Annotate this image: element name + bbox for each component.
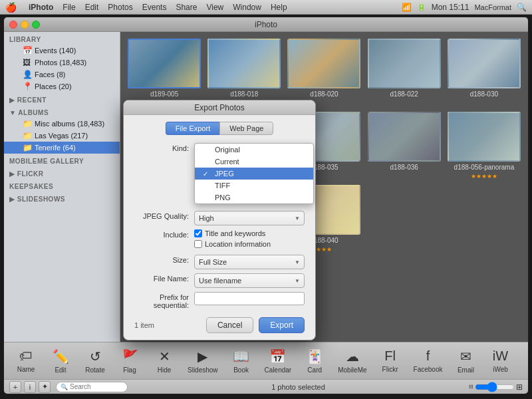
window-menu[interactable]: Window	[233, 3, 261, 12]
keepsakes-section-header: KEEPSAKES	[4, 179, 120, 192]
zoom-out-icon[interactable]: ⊟	[469, 384, 473, 390]
misc-album-icon: 📁	[23, 119, 32, 128]
minimize-button[interactable]	[21, 21, 29, 29]
title-keywords-checkbox[interactable]	[194, 229, 202, 237]
sidebar-item-faces[interactable]: 👤 Faces (8)	[4, 68, 120, 80]
slideshows-section-header[interactable]: ▶ SLIDESHOWS	[4, 192, 120, 204]
prefix-input[interactable]	[194, 292, 305, 305]
help-menu[interactable]: Help	[271, 3, 287, 12]
edit-menu[interactable]: Edit	[85, 3, 99, 12]
photo-thumb[interactable]: d189-005 ★★★	[127, 39, 201, 106]
sidebar-item-tenerife[interactable]: 📁 Tenerife (64)	[4, 142, 120, 154]
tenerife-album-icon: 📁	[23, 143, 32, 152]
toolbar-icon: ✉	[460, 348, 471, 364]
toolbar-btn-slideshow[interactable]: ▶ Slideshow	[182, 346, 223, 376]
photo-label: d188-056-panorama	[454, 164, 515, 171]
sidebar-label-events: Events (140)	[35, 47, 76, 55]
tab-web-page[interactable]: Web Page	[219, 122, 273, 135]
sidebar-item-vegas[interactable]: 📁 Las Vegas (217)	[4, 130, 120, 142]
search-input[interactable]	[70, 383, 123, 390]
thumbnail-image[interactable]	[368, 112, 441, 162]
export-button[interactable]: Export	[259, 317, 305, 333]
thumbnail-image[interactable]	[368, 39, 441, 88]
thumbnail-image[interactable]	[448, 112, 521, 162]
toolbar-btn-calendar[interactable]: 📅 Calendar	[259, 346, 297, 376]
toolbar-btn-iweb[interactable]: iW iWeb	[483, 346, 517, 376]
dropdown-item-png[interactable]: PNG	[195, 192, 313, 203]
size-label: Size:	[134, 255, 194, 264]
dropdown-item-original[interactable]: Original	[195, 144, 313, 156]
photo-thumb[interactable]: d188-030	[447, 39, 521, 106]
maximize-button[interactable]	[32, 21, 40, 29]
apple-logo-icon[interactable]: 🍎	[5, 2, 17, 13]
tab-file-export[interactable]: File Export	[166, 122, 220, 135]
sidebar-item-misc[interactable]: 📁 Misc albums (18,483)	[4, 118, 120, 130]
toolbar-btn-facebook[interactable]: f Facebook	[408, 346, 448, 376]
photo-thumb[interactable]: d188-018 ★★★★	[207, 39, 281, 106]
dropdown-label: Current	[215, 158, 239, 166]
thumbnail-image[interactable]	[207, 39, 281, 88]
jpeg-quality-select[interactable]: High ▼	[194, 211, 305, 225]
info-button[interactable]: i	[24, 381, 36, 393]
toolbar-btn-card[interactable]: 🃏 Card	[298, 346, 331, 376]
filename-control: Use filename ▼	[194, 273, 305, 288]
view-menu[interactable]: View	[206, 3, 223, 12]
search-box[interactable]: 🔍	[56, 382, 128, 392]
toolbar-icon: ✕	[159, 348, 170, 364]
search-icon[interactable]: 🔍	[517, 3, 527, 12]
traffic-lights	[9, 21, 40, 29]
events-menu[interactable]: Events	[142, 3, 167, 12]
status-left: + i ✦	[9, 381, 51, 393]
add-button[interactable]: +	[9, 381, 21, 393]
battery-icon: 🔋	[417, 3, 426, 11]
dropdown-item-jpeg[interactable]: ✓ JPEG	[195, 168, 313, 180]
dropdown-item-current[interactable]: Current	[195, 156, 313, 168]
photo-thumb[interactable]: d188-056-panorama ★★★★★	[447, 112, 521, 180]
photo-thumb[interactable]: d188-022	[367, 39, 442, 106]
toolbar-icon: 🚩	[122, 348, 138, 364]
sidebar-item-photos[interactable]: 🖼 Photos (18,483)	[4, 57, 120, 68]
photo-thumb[interactable]: d188-036	[367, 112, 442, 180]
recent-section-header: ▶ RECENT	[4, 92, 120, 105]
toolbar-btn-book[interactable]: 📖 Book	[225, 346, 258, 376]
thumbnail-image[interactable]	[287, 39, 360, 88]
zoom-slider[interactable]: ⊟ ⊞	[469, 382, 523, 392]
file-menu[interactable]: File	[63, 3, 75, 12]
toolbar-btn-hide[interactable]: ✕ Hide	[148, 346, 181, 376]
thumbnail-image[interactable]	[128, 39, 201, 88]
toolbar-btn-flag[interactable]: 🚩 Flag	[113, 346, 146, 376]
sidebar-label-tenerife: Tenerife (64)	[35, 144, 76, 152]
flickr-section-header[interactable]: ▶ FLICKR	[4, 166, 120, 179]
toolbar-btn-mobileme[interactable]: ☁ MobileMe	[332, 346, 372, 376]
thumbnail-image[interactable]	[448, 39, 521, 88]
location-label: Location information	[205, 240, 271, 248]
toolbar-btn-label: Hide	[158, 366, 172, 374]
dropdown-item-tiff[interactable]: TIFF	[195, 180, 313, 192]
close-button[interactable]	[9, 21, 17, 29]
photo-thumb[interactable]: d188-020	[287, 39, 361, 106]
jpeg-quality-row: JPEG Quality: High ▼	[134, 211, 305, 225]
action-button[interactable]: ✦	[39, 381, 51, 393]
check-icon: ✓	[203, 170, 211, 178]
mobileme-section-header[interactable]: MOBILEME GALLERY	[4, 154, 120, 166]
jpeg-quality-value: High	[199, 214, 214, 222]
prefix-label: Prefix for sequential:	[134, 292, 194, 309]
size-select[interactable]: Full Size ▼	[194, 255, 305, 269]
zoom-in-icon[interactable]: ⊞	[516, 382, 523, 392]
albums-section-header[interactable]: ▼ ALBUMS	[4, 105, 120, 118]
toolbar-btn-flickr[interactable]: Fl Flickr	[374, 346, 407, 376]
sidebar-item-events[interactable]: 📅 Events (140)	[4, 45, 120, 57]
dialog-title: Export Photos	[194, 103, 244, 112]
toolbar-btn-name[interactable]: 🏷 Name	[9, 346, 43, 376]
photos-menu[interactable]: Photos	[108, 3, 132, 12]
location-checkbox[interactable]	[194, 240, 202, 248]
toolbar-btn-edit[interactable]: ✏️ Edit	[44, 346, 77, 376]
share-menu[interactable]: Share	[176, 3, 197, 12]
filename-select[interactable]: Use filename ▼	[194, 273, 305, 288]
photo-label: d188-022	[390, 90, 418, 98]
cancel-button[interactable]: Cancel	[206, 317, 253, 333]
toolbar-btn-rotate[interactable]: ↺ Rotate	[78, 346, 112, 376]
sidebar-item-places[interactable]: 📍 Places (20)	[4, 80, 120, 92]
zoom-range[interactable]	[475, 382, 515, 392]
toolbar-btn-email[interactable]: ✉ Email	[449, 346, 482, 376]
